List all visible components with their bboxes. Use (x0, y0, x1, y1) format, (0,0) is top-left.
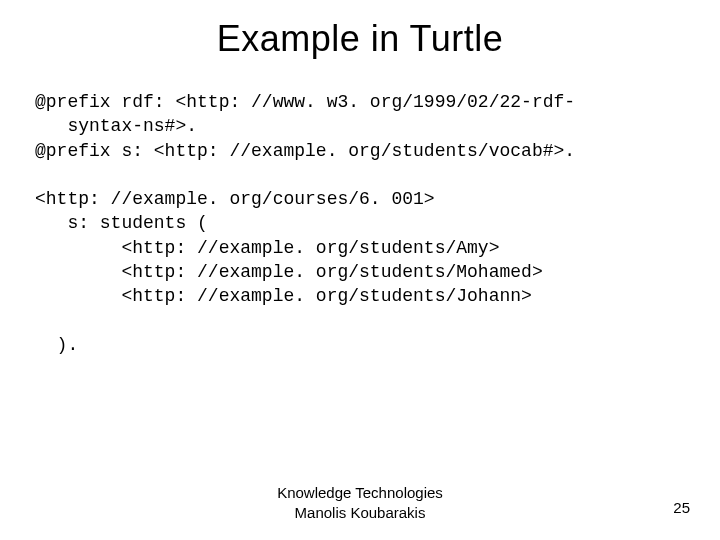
footer: Knowledge Technologies Manolis Koubaraki… (0, 483, 720, 522)
footer-line-2: Manolis Koubarakis (295, 504, 426, 521)
slide-title: Example in Turtle (0, 0, 720, 70)
footer-line-1: Knowledge Technologies (277, 484, 443, 501)
code-block: @prefix rdf: <http: //www. w3. org/1999/… (0, 70, 720, 357)
page-number: 25 (673, 499, 690, 516)
slide: Example in Turtle @prefix rdf: <http: //… (0, 0, 720, 540)
